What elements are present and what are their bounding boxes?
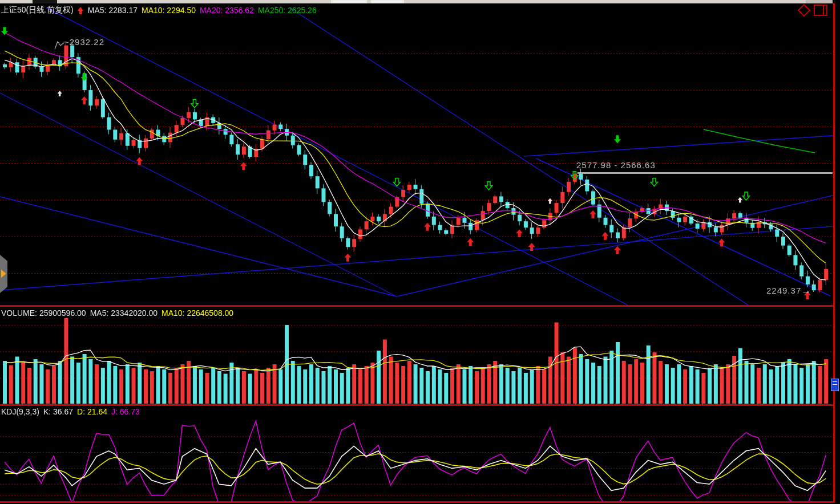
main-chart-header: 上证50(日线.前复权) MA5: 2283.17 MA10: 2294.50 … bbox=[1, 5, 317, 15]
volume-legend: VOLUME: 25900596.00 bbox=[1, 308, 86, 318]
kdj-indicator-label: KDJ(9,3,3) bbox=[1, 407, 39, 416]
ma250-legend: MA250: 2625.26 bbox=[258, 6, 317, 15]
volume-header: VOLUME: 25900596.00 MA5: 23342020.00 MA1… bbox=[1, 308, 233, 318]
expand-arrow-icon bbox=[1, 270, 6, 278]
peak-price-annotation: ~2932.22 bbox=[64, 37, 104, 47]
range-price-annotation: 2577.98 - 2566.63 bbox=[576, 160, 656, 170]
ma20-legend: MA20: 2356.62 bbox=[200, 6, 254, 15]
volume-ma10-legend: MA10: 22646508.00 bbox=[161, 308, 233, 318]
ma10-legend: MA10: 2294.50 bbox=[142, 6, 196, 15]
strip-segment bbox=[331, 0, 367, 3]
volume-kdj-divider bbox=[0, 404, 835, 406]
chart-canvas[interactable] bbox=[0, 0, 840, 504]
kdj-k-legend: K: 36.67 bbox=[43, 407, 73, 416]
bottom-border bbox=[0, 501, 835, 503]
up-signal-icon bbox=[78, 7, 84, 14]
strip-segment bbox=[371, 0, 404, 3]
strip-segment bbox=[33, 0, 57, 3]
kdj-header: KDJ(9,3,3) K: 36.67 D: 21.64 J: 66.73 bbox=[1, 407, 140, 416]
ma5-legend: MA5: 2283.17 bbox=[88, 6, 138, 15]
strip-segment bbox=[833, 0, 840, 3]
chart-app: 上证50(日线.前复权) MA5: 2283.17 MA10: 2294.50 … bbox=[0, 0, 840, 504]
low-price-annotation: 2249.37→ bbox=[766, 285, 811, 296]
right-edge-marker[interactable] bbox=[831, 379, 839, 391]
right-border bbox=[833, 2, 835, 503]
kdj-j-legend: J: 66.73 bbox=[111, 407, 140, 416]
symbol-label: 上证50(日线.前复权) bbox=[1, 5, 74, 15]
main-volume-divider bbox=[0, 305, 835, 307]
volume-ma5-legend: MA5: 23342020.00 bbox=[90, 308, 158, 318]
low-arrow-icon: → bbox=[801, 285, 811, 296]
kdj-d-legend: D: 21.64 bbox=[77, 407, 107, 416]
top-window-strip bbox=[0, 0, 840, 3]
sidebar-expand-handle[interactable] bbox=[0, 255, 7, 293]
split-window-icon[interactable] bbox=[814, 5, 827, 16]
window-pane-divider bbox=[823, 6, 824, 15]
strip-segment bbox=[806, 0, 833, 3]
